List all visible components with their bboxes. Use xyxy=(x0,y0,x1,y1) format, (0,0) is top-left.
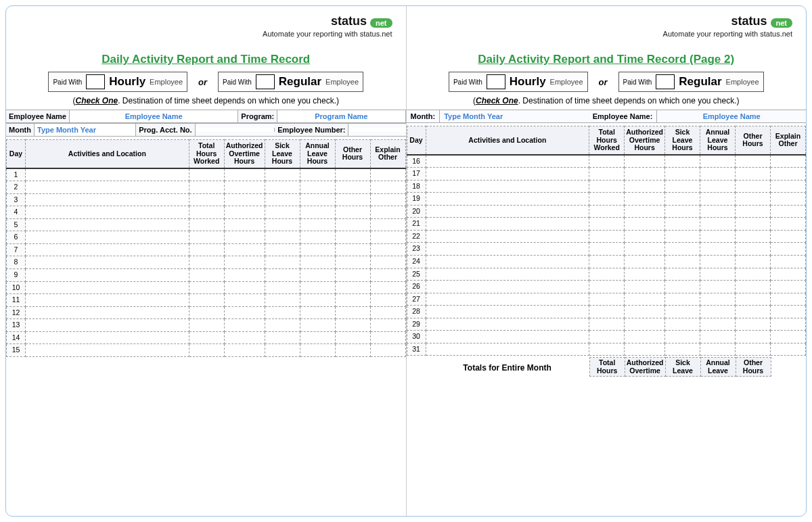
hours-cell[interactable] xyxy=(265,294,300,307)
hours-cell[interactable] xyxy=(771,155,806,168)
hours-cell[interactable] xyxy=(300,206,335,219)
hours-cell[interactable] xyxy=(335,319,370,332)
hours-cell[interactable] xyxy=(665,155,700,168)
hours-cell[interactable] xyxy=(189,319,224,332)
hours-cell[interactable] xyxy=(665,205,700,218)
hours-cell[interactable] xyxy=(335,256,370,269)
hours-cell[interactable] xyxy=(224,256,265,269)
hours-cell[interactable] xyxy=(625,293,665,306)
activities-cell[interactable] xyxy=(426,268,589,281)
hours-cell[interactable] xyxy=(589,293,625,306)
hours-cell[interactable] xyxy=(370,243,405,256)
activities-cell[interactable] xyxy=(426,281,589,293)
hours-cell[interactable] xyxy=(771,180,806,193)
hours-cell[interactable] xyxy=(265,193,300,206)
hours-cell[interactable] xyxy=(300,231,335,244)
hours-cell[interactable] xyxy=(665,230,700,243)
hours-cell[interactable] xyxy=(189,193,224,206)
hours-cell[interactable] xyxy=(335,269,370,282)
hours-cell[interactable] xyxy=(589,268,625,281)
hours-cell[interactable] xyxy=(224,168,265,181)
hours-cell[interactable] xyxy=(370,218,405,231)
activities-cell[interactable] xyxy=(26,231,189,244)
hours-cell[interactable] xyxy=(189,344,224,357)
hours-cell[interactable] xyxy=(700,168,736,181)
hours-cell[interactable] xyxy=(300,243,335,256)
hours-cell[interactable] xyxy=(625,193,665,206)
emp-number-field[interactable] xyxy=(348,128,405,132)
activities-cell[interactable] xyxy=(26,281,189,294)
hours-cell[interactable] xyxy=(300,319,335,332)
hours-cell[interactable] xyxy=(265,206,300,219)
hours-cell[interactable] xyxy=(665,343,700,356)
hours-cell[interactable] xyxy=(700,180,736,193)
hours-cell[interactable] xyxy=(665,256,700,268)
hours-cell[interactable] xyxy=(625,318,665,331)
hours-cell[interactable] xyxy=(771,205,806,218)
hours-cell[interactable] xyxy=(370,256,405,269)
hours-cell[interactable] xyxy=(589,230,625,243)
hours-cell[interactable] xyxy=(265,243,300,256)
hours-cell[interactable] xyxy=(224,218,265,231)
hours-cell[interactable] xyxy=(736,343,771,356)
hours-cell[interactable] xyxy=(736,155,771,168)
hours-cell[interactable] xyxy=(700,193,736,206)
hours-cell[interactable] xyxy=(736,218,771,231)
hours-cell[interactable] xyxy=(189,168,224,181)
hours-cell[interactable] xyxy=(700,318,736,331)
hours-cell[interactable] xyxy=(589,180,625,193)
month-field[interactable]: Type Month Year xyxy=(35,124,136,136)
hours-cell[interactable] xyxy=(370,281,405,294)
hours-cell[interactable] xyxy=(189,256,224,269)
hours-cell[interactable] xyxy=(224,306,265,319)
hours-cell[interactable] xyxy=(224,231,265,244)
hours-cell[interactable] xyxy=(265,218,300,231)
hours-cell[interactable] xyxy=(625,343,665,356)
hours-cell[interactable] xyxy=(335,306,370,319)
hours-cell[interactable] xyxy=(736,243,771,256)
hours-cell[interactable] xyxy=(589,343,625,356)
hours-cell[interactable] xyxy=(300,193,335,206)
hours-cell[interactable] xyxy=(370,269,405,282)
hours-cell[interactable] xyxy=(370,181,405,194)
hours-cell[interactable] xyxy=(736,256,771,268)
regular-checkbox[interactable] xyxy=(656,74,675,89)
hours-cell[interactable] xyxy=(771,230,806,243)
hours-cell[interactable] xyxy=(189,331,224,344)
activities-cell[interactable] xyxy=(426,243,589,256)
hours-cell[interactable] xyxy=(700,306,736,318)
hours-cell[interactable] xyxy=(665,293,700,306)
hours-cell[interactable] xyxy=(300,306,335,319)
activities-cell[interactable] xyxy=(26,294,189,307)
hours-cell[interactable] xyxy=(589,318,625,331)
hours-cell[interactable] xyxy=(224,181,265,194)
hours-cell[interactable] xyxy=(300,218,335,231)
hours-cell[interactable] xyxy=(665,180,700,193)
hours-cell[interactable] xyxy=(736,293,771,306)
hours-cell[interactable] xyxy=(700,343,736,356)
activities-cell[interactable] xyxy=(426,155,589,168)
hours-cell[interactable] xyxy=(335,218,370,231)
hours-cell[interactable] xyxy=(625,268,665,281)
hours-cell[interactable] xyxy=(300,294,335,307)
hours-cell[interactable] xyxy=(771,193,806,206)
employee-name-field[interactable]: Employee Name xyxy=(70,110,238,122)
hours-cell[interactable] xyxy=(665,193,700,206)
hours-cell[interactable] xyxy=(370,331,405,344)
hours-cell[interactable] xyxy=(771,281,806,293)
hours-cell[interactable] xyxy=(771,268,806,281)
activities-cell[interactable] xyxy=(426,343,589,356)
hours-cell[interactable] xyxy=(370,319,405,332)
hours-cell[interactable] xyxy=(665,331,700,343)
hours-cell[interactable] xyxy=(700,243,736,256)
hours-cell[interactable] xyxy=(224,206,265,219)
activities-cell[interactable] xyxy=(426,331,589,343)
hours-cell[interactable] xyxy=(189,306,224,319)
month-field[interactable]: Type Month Year xyxy=(440,110,589,122)
hours-cell[interactable] xyxy=(589,193,625,206)
hours-cell[interactable] xyxy=(736,180,771,193)
hours-cell[interactable] xyxy=(700,293,736,306)
hours-cell[interactable] xyxy=(224,193,265,206)
hours-cell[interactable] xyxy=(265,256,300,269)
hours-cell[interactable] xyxy=(265,168,300,181)
